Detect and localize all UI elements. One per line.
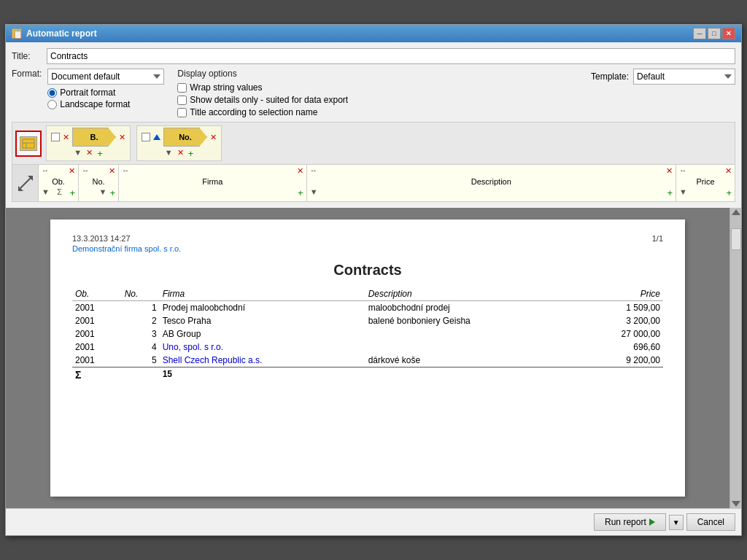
show-details-checkbox[interactable] bbox=[177, 96, 187, 105]
preview-scrollbar[interactable] bbox=[729, 208, 741, 508]
col-ob-remove-icon[interactable]: ✕ bbox=[69, 166, 75, 176]
scrollbar-up-arrow[interactable] bbox=[732, 209, 740, 215]
wrap-string-label[interactable]: Wrap string values bbox=[177, 82, 348, 93]
group-no-plus-icon[interactable]: + bbox=[188, 148, 194, 159]
col-price-remove-icon[interactable]: ✕ bbox=[725, 166, 732, 176]
group-tool-button[interactable] bbox=[15, 131, 42, 157]
total-no bbox=[122, 368, 160, 383]
group-no-checkbox[interactable] bbox=[142, 133, 150, 141]
svg-line-3 bbox=[20, 178, 31, 188]
cell-firma: Shell Czech Republic a.s. bbox=[160, 354, 365, 368]
group-no-box: No. ✕ ▼ ✕ + bbox=[136, 125, 222, 161]
minimize-button[interactable]: ─ bbox=[693, 28, 706, 39]
run-report-button[interactable]: Run report bbox=[594, 513, 666, 531]
cell-price: 9 200,00 bbox=[576, 354, 663, 368]
window-icon: 📋 bbox=[12, 28, 22, 39]
total-value: 15 bbox=[160, 368, 365, 383]
group-b-x2-icon[interactable]: ✕ bbox=[86, 148, 93, 159]
display-options-title: Display options bbox=[177, 69, 348, 79]
group-b-remove-icon[interactable]: ✕ bbox=[63, 133, 69, 142]
cell-description: balené bonboniery Geisha bbox=[365, 314, 576, 327]
table-row: 2001 4 Uno, spol. s r.o. 696,60 bbox=[72, 341, 663, 354]
close-button[interactable]: ✕ bbox=[722, 28, 735, 39]
portrait-radio[interactable] bbox=[47, 88, 57, 98]
landscape-radio-label[interactable]: Landscape format bbox=[47, 99, 164, 109]
group-no-x2-icon[interactable]: ✕ bbox=[177, 148, 184, 159]
wrap-string-checkbox[interactable] bbox=[177, 83, 187, 93]
col-price: ↔ ✕ Price ▼ + bbox=[676, 165, 735, 201]
col-ob-down-icon[interactable]: ▼ bbox=[42, 187, 50, 198]
bottom-bar: Run report ▼ Cancel bbox=[6, 508, 741, 535]
col-firma-plus-icon[interactable]: + bbox=[298, 187, 303, 198]
preview-company: Demonstrační firma spol. s r.o. bbox=[72, 244, 663, 253]
title-selection-checkbox[interactable] bbox=[177, 108, 187, 117]
group-b-box: ✕ B. ✕ ▼ ✕ + bbox=[46, 125, 131, 161]
col-ob-plus-icon[interactable]: + bbox=[69, 187, 75, 198]
maximize-button[interactable]: □ bbox=[708, 28, 721, 39]
col-ob-sigma-icon[interactable]: Σ bbox=[57, 187, 62, 198]
title-selection-label[interactable]: Title according to selection name bbox=[177, 107, 348, 117]
cell-description bbox=[365, 327, 576, 341]
show-details-text: Show details only - suited for data expo… bbox=[190, 95, 348, 105]
preview-table-header-row: Ob. No. Firma Description Price bbox=[72, 287, 663, 301]
col-header-description: Description bbox=[365, 287, 576, 301]
format-select[interactable]: Document default bbox=[47, 69, 164, 85]
cell-firma: AB Group bbox=[160, 327, 365, 341]
cell-no: 5 bbox=[122, 354, 160, 368]
format-row: Format: Document default Portrait format… bbox=[12, 69, 735, 117]
portrait-radio-label[interactable]: Portrait format bbox=[47, 88, 164, 98]
col-description-remove-icon[interactable]: ✕ bbox=[666, 166, 673, 176]
col-ob-leftright-icon: ↔ bbox=[42, 166, 49, 176]
col-description-plus-icon[interactable]: + bbox=[667, 187, 673, 198]
title-input[interactable] bbox=[47, 48, 735, 64]
run-report-dropdown-button[interactable]: ▼ bbox=[669, 515, 684, 530]
cell-firma: Uno, spol. s r.o. bbox=[160, 341, 365, 354]
group-b-checkbox[interactable] bbox=[51, 133, 60, 141]
template-select[interactable]: Default bbox=[633, 69, 735, 85]
template-label: Template: bbox=[591, 71, 629, 82]
group-no-up-icon[interactable] bbox=[153, 134, 160, 140]
title-label: Title: bbox=[12, 51, 41, 61]
col-description: ↔ ✕ Description ▼ + bbox=[307, 165, 676, 201]
col-price-down-icon[interactable]: ▼ bbox=[679, 187, 687, 198]
group-no-down-icon[interactable]: ▼ bbox=[165, 148, 173, 159]
cell-no: 4 bbox=[122, 341, 160, 354]
col-no-remove-icon[interactable]: ✕ bbox=[109, 166, 115, 176]
col-description-down-icon[interactable]: ▼ bbox=[310, 187, 318, 198]
col-firma: ↔ ✕ Firma + bbox=[119, 165, 307, 201]
form-area: Title: Format: Document default Portrait… bbox=[6, 42, 741, 208]
col-header-no: No. bbox=[122, 287, 160, 301]
portrait-label: Portrait format bbox=[60, 88, 115, 98]
col-header-price: Price bbox=[576, 287, 663, 301]
col-price-name: Price bbox=[679, 176, 732, 187]
preview-table: Ob. No. Firma Description Price 2001 1 P… bbox=[72, 287, 663, 382]
preview-title: Contracts bbox=[72, 262, 663, 279]
col-price-plus-icon[interactable]: + bbox=[726, 187, 732, 198]
group-b-plus-icon[interactable]: + bbox=[97, 148, 103, 159]
cell-ob: 2001 bbox=[72, 327, 122, 341]
cell-no: 2 bbox=[122, 314, 160, 327]
preview-page-num: 1/1 bbox=[652, 234, 663, 243]
group-no-delete-icon[interactable]: ✕ bbox=[210, 133, 217, 142]
table-row: 2001 3 AB Group 27 000,00 bbox=[72, 327, 663, 341]
group-b-down-icon[interactable]: ▼ bbox=[74, 148, 82, 159]
landscape-radio[interactable] bbox=[47, 100, 57, 109]
col-ob: ↔ ✕ Ob. ▼ Σ + bbox=[39, 165, 79, 201]
resize-tool-button[interactable] bbox=[12, 165, 39, 201]
preview-table-body: 2001 1 Prodej maloobchodní maloobchodní … bbox=[72, 301, 663, 383]
scrollbar-thumb[interactable] bbox=[731, 228, 741, 250]
show-details-label[interactable]: Show details only - suited for data expo… bbox=[177, 95, 348, 105]
run-report-label: Run report bbox=[605, 517, 646, 527]
group-b-delete-icon[interactable]: ✕ bbox=[119, 133, 125, 142]
col-no-leftright-icon: ↔ bbox=[82, 166, 89, 176]
window-title: Automatic report bbox=[26, 28, 97, 39]
columns-toolbar: ↔ ✕ Ob. ▼ Σ + ↔ ✕ No. bbox=[12, 165, 735, 202]
col-no-plus-icon[interactable]: + bbox=[109, 187, 115, 198]
template-section: Template: Default bbox=[591, 69, 735, 85]
title-selection-text: Title according to selection name bbox=[190, 107, 317, 117]
col-firma-remove-icon[interactable]: ✕ bbox=[297, 166, 303, 176]
cancel-button[interactable]: Cancel bbox=[686, 513, 735, 531]
col-description-top: ↔ ✕ bbox=[310, 166, 673, 176]
col-no-down-icon[interactable]: ▼ bbox=[99, 187, 107, 198]
scrollbar-down-arrow[interactable] bbox=[732, 501, 740, 507]
